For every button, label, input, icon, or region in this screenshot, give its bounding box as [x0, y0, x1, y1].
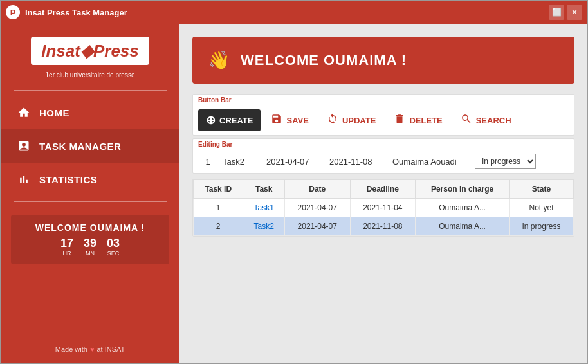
task-table: Task ID Task Date Deadline Person in cha… — [193, 179, 574, 236]
cell-person: Oumaima A... — [416, 217, 510, 236]
app-title: Insat Press Task Manager — [25, 8, 127, 17]
save-label: SAVE — [286, 116, 308, 125]
cell-deadline: 2021-11-04 — [350, 199, 416, 217]
edit-id-field[interactable] — [198, 157, 217, 167]
delete-button[interactable]: DELETE — [386, 109, 450, 131]
button-bar-label: Button Bar — [193, 95, 574, 105]
window-controls: ⬜ ✕ — [549, 5, 582, 20]
minutes-value: 39 — [84, 237, 96, 250]
cell-person: Oumaima A... — [416, 199, 510, 217]
update-icon — [327, 113, 338, 127]
table-row[interactable]: 2 Task2 2021-04-07 2021-11-08 Oumaima A.… — [194, 217, 574, 236]
data-table-section: Task ID Task Date Deadline Person in cha… — [192, 179, 574, 237]
editing-bar: Not yet In progress Done — [193, 150, 574, 173]
app-logo: P — [6, 5, 20, 19]
create-button[interactable]: ⊕ CREATE — [198, 109, 261, 131]
logo-letter: P — [10, 8, 16, 17]
cell-id: 1 — [194, 199, 243, 217]
logo-subtitle: 1er club universitaire de presse — [46, 71, 135, 78]
cell-task: Task2 — [243, 217, 285, 236]
sidebar-item-task-manager[interactable]: TASK MANAGER — [1, 129, 179, 163]
save-icon — [271, 113, 282, 127]
maximize-button[interactable]: ⬜ — [549, 5, 564, 20]
delete-icon — [394, 113, 405, 127]
col-task-id: Task ID — [194, 180, 243, 199]
sidebar-item-statistics[interactable]: STATISTICS — [1, 163, 179, 196]
sidebar-clock: WELCOME OUMAIMA ! 17 HR 39 MN 03 SEC — [11, 215, 169, 264]
col-task: Task — [243, 180, 285, 199]
save-button[interactable]: SAVE — [263, 109, 316, 131]
cell-state: Not yet — [510, 199, 574, 217]
create-icon: ⊕ — [206, 113, 216, 127]
sidebar-label-home: HOME — [39, 107, 69, 118]
button-bar-section: Button Bar ⊕ CREATE SAVE — [192, 94, 574, 136]
welcome-banner: 👋 WELCOME OUMAIMA ! — [192, 37, 574, 84]
cell-date: 2021-04-07 — [284, 199, 350, 217]
search-button[interactable]: SEARCH — [453, 109, 519, 131]
task-link[interactable]: Task1 — [254, 203, 274, 212]
clock-seconds: 03 SEC — [107, 237, 120, 257]
sidebar-divider-bottom — [14, 201, 167, 202]
cell-state: In progress — [510, 217, 574, 236]
table-row[interactable]: 1 Task1 2021-04-07 2021-11-04 Oumaima A.… — [194, 199, 574, 217]
minutes-label: MN — [86, 250, 95, 257]
logo-box: Insat◆Press — [31, 37, 149, 65]
edit-person-field[interactable] — [392, 157, 470, 167]
task-manager-icon — [16, 138, 32, 154]
task-link[interactable]: Task2 — [254, 222, 274, 231]
sidebar-footer: Made with ♥ at INSAT — [1, 335, 179, 363]
seconds-label: SEC — [107, 250, 120, 257]
col-state: State — [510, 180, 574, 199]
sidebar-logo-section: Insat◆Press 1er club universitaire de pr… — [1, 24, 179, 85]
cell-date: 2021-04-07 — [284, 217, 350, 236]
cell-id: 2 — [194, 217, 243, 236]
sidebar: Insat◆Press 1er club universitaire de pr… — [1, 24, 179, 363]
hours-value: 17 — [60, 237, 73, 250]
delete-label: DELETE — [409, 116, 442, 125]
welcome-text: WELCOME OUMAIMA ! — [241, 52, 407, 69]
search-icon — [461, 113, 472, 127]
update-label: UPDATE — [342, 116, 376, 125]
update-button[interactable]: UPDATE — [319, 109, 383, 131]
seconds-value: 03 — [107, 237, 120, 250]
hours-label: HR — [62, 250, 71, 257]
close-button[interactable]: ✕ — [567, 5, 582, 20]
clock-minutes: 39 MN — [84, 237, 96, 257]
sidebar-label-statistics: STATISTICS — [39, 174, 97, 185]
editing-bar-section: Editing Bar Not yet In progress Done — [192, 138, 574, 174]
edit-task-field[interactable] — [223, 157, 261, 167]
table-header-row: Task ID Task Date Deadline Person in cha… — [194, 180, 574, 199]
col-person: Person in charge — [416, 180, 510, 199]
title-bar-left: P Insat Press Task Manager — [6, 5, 127, 19]
right-panel: 👋 WELCOME OUMAIMA ! Button Bar ⊕ CREATE … — [179, 24, 587, 363]
cell-task: Task1 — [243, 199, 285, 217]
edit-date-field[interactable] — [266, 157, 324, 167]
sidebar-divider-top — [14, 90, 167, 91]
create-label: CREATE — [219, 116, 253, 125]
sidebar-label-task-manager: TASK MANAGER — [39, 141, 121, 152]
clock-date: WELCOME OUMAIMA ! — [19, 223, 161, 233]
search-label: SEARCH — [476, 116, 511, 125]
edit-state-dropdown[interactable]: Not yet In progress Done — [475, 154, 536, 169]
col-date: Date — [284, 180, 350, 199]
clock-time: 17 HR 39 MN 03 SEC — [19, 237, 161, 257]
sidebar-item-home[interactable]: HOME — [1, 96, 179, 129]
heart-icon: ♥ — [90, 345, 95, 353]
col-deadline: Deadline — [350, 180, 416, 199]
title-bar: P Insat Press Task Manager ⬜ ✕ — [1, 1, 587, 24]
footer-text-made: Made with — [55, 345, 87, 353]
wave-icon: 👋 — [208, 50, 230, 71]
clock-hours: 17 HR — [60, 237, 73, 257]
cell-deadline: 2021-11-08 — [350, 217, 416, 236]
logo-text: Insat◆Press — [41, 42, 139, 60]
edit-deadline-field[interactable] — [329, 157, 387, 167]
footer-text-at: at INSAT — [96, 345, 125, 353]
home-icon — [16, 105, 32, 120]
editing-bar-label: Editing Bar — [193, 139, 574, 150]
statistics-icon — [16, 172, 32, 187]
button-bar: ⊕ CREATE SAVE UPDATE — [193, 105, 574, 135]
